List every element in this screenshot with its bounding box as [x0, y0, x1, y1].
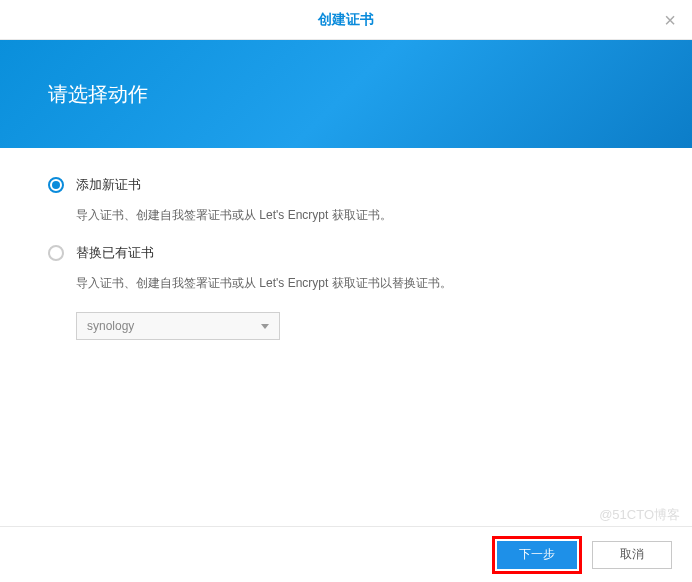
watermark: @51CTO博客: [599, 506, 680, 524]
option-replace-label: 替换已有证书: [76, 244, 154, 262]
cancel-button[interactable]: 取消: [592, 541, 672, 569]
content-area: 添加新证书 导入证书、创建自我签署证书或从 Let's Encrypt 获取证书…: [0, 148, 692, 340]
radio-replace[interactable]: [48, 245, 64, 261]
option-add-new-cert[interactable]: 添加新证书: [48, 176, 644, 194]
banner: 请选择动作: [0, 40, 692, 148]
banner-heading: 请选择动作: [48, 81, 148, 108]
option-replace-desc: 导入证书、创建自我签署证书或从 Let's Encrypt 获取证书以替换证书。: [76, 274, 644, 292]
chevron-down-icon: [261, 324, 269, 329]
highlight-annotation: 下一步: [492, 536, 582, 574]
close-icon[interactable]: ×: [664, 10, 676, 30]
dialog-footer: 下一步 取消: [0, 526, 692, 582]
cert-select-dropdown[interactable]: synology: [76, 312, 280, 340]
next-button[interactable]: 下一步: [497, 541, 577, 569]
dialog-header: 创建证书 ×: [0, 0, 692, 40]
select-value: synology: [87, 319, 134, 333]
radio-add-new[interactable]: [48, 177, 64, 193]
option-add-desc: 导入证书、创建自我签署证书或从 Let's Encrypt 获取证书。: [76, 206, 644, 224]
dialog-title: 创建证书: [318, 11, 374, 29]
option-add-label: 添加新证书: [76, 176, 141, 194]
option-replace-cert[interactable]: 替换已有证书: [48, 244, 644, 262]
